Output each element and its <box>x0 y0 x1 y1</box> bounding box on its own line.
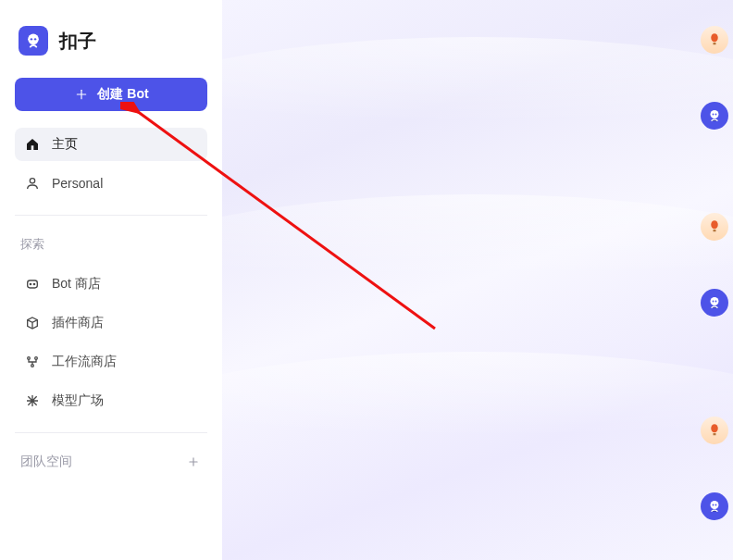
dock-avatar-bot[interactable] <box>701 492 728 520</box>
divider <box>15 432 207 433</box>
svg-rect-20 <box>714 230 716 231</box>
svg-point-24 <box>711 424 718 432</box>
nav-home-label: 主页 <box>52 136 78 153</box>
team-space-section: 团队空间 <box>15 448 207 476</box>
svg-point-17 <box>713 114 714 116</box>
nav-workflow-store-label: 工作流商店 <box>52 354 117 370</box>
nav-workflow-store[interactable]: 工作流商店 <box>15 345 207 379</box>
svg-point-21 <box>711 297 719 305</box>
create-bot-button[interactable]: 创建 Bot <box>15 78 207 111</box>
add-team-space-button[interactable] <box>185 454 202 470</box>
nav-plugin-store[interactable]: 插件商店 <box>15 306 207 340</box>
explore-section-label: 探索 <box>15 230 207 262</box>
user-icon <box>24 175 41 192</box>
workflow-store-icon <box>24 354 41 370</box>
plus-icon <box>73 86 90 103</box>
svg-point-22 <box>713 301 714 303</box>
dock-avatar-bot[interactable] <box>701 289 728 317</box>
svg-point-7 <box>30 283 31 284</box>
svg-rect-25 <box>714 433 716 435</box>
main-canvas <box>222 0 733 560</box>
svg-point-11 <box>31 365 34 367</box>
svg-point-0 <box>28 34 39 45</box>
dock-avatar-balloon[interactable] <box>701 26 728 54</box>
nav-model-square-label: 模型广场 <box>52 392 104 409</box>
nav-bot-store[interactable]: Bot 商店 <box>15 268 207 301</box>
dock-avatar-balloon[interactable] <box>701 417 728 444</box>
divider <box>15 215 207 216</box>
svg-point-5 <box>30 179 34 183</box>
nav-home[interactable]: 主页 <box>15 128 207 161</box>
svg-point-27 <box>713 504 714 506</box>
svg-point-9 <box>28 357 31 360</box>
svg-point-26 <box>711 501 719 509</box>
nav-personal-label: Personal <box>52 176 103 191</box>
nav-model-square[interactable]: 模型广场 <box>15 384 207 417</box>
svg-rect-15 <box>714 43 716 44</box>
dock-avatar-balloon[interactable] <box>701 213 728 241</box>
svg-point-8 <box>33 283 34 284</box>
svg-point-2 <box>34 38 36 40</box>
plugin-store-icon <box>24 315 41 331</box>
nav-plugin-store-label: 插件商店 <box>52 315 104 331</box>
svg-point-10 <box>35 357 38 360</box>
svg-point-23 <box>715 301 717 303</box>
nav-personal[interactable]: Personal <box>15 167 207 200</box>
coze-logo-icon <box>19 26 48 56</box>
svg-point-18 <box>715 114 717 116</box>
bot-store-icon <box>24 276 41 292</box>
svg-point-1 <box>31 38 32 40</box>
svg-point-19 <box>711 220 718 229</box>
svg-rect-6 <box>28 280 38 288</box>
right-dock <box>696 413 733 560</box>
svg-point-14 <box>711 33 718 42</box>
team-space-label: 团队空间 <box>20 454 72 470</box>
nav-bot-store-label: Bot 商店 <box>52 276 101 292</box>
dock-avatar-bot[interactable] <box>701 102 728 130</box>
svg-point-16 <box>711 110 719 118</box>
sidebar: 扣子 创建 Bot 主页 Personal 探索 Bot 商店 插件商店 <box>0 0 222 560</box>
brand-name: 扣子 <box>59 29 96 54</box>
home-icon <box>24 136 41 153</box>
model-square-icon <box>24 392 41 409</box>
svg-point-28 <box>715 504 717 506</box>
brand: 扣子 <box>15 15 207 72</box>
create-bot-label: 创建 Bot <box>97 86 148 103</box>
